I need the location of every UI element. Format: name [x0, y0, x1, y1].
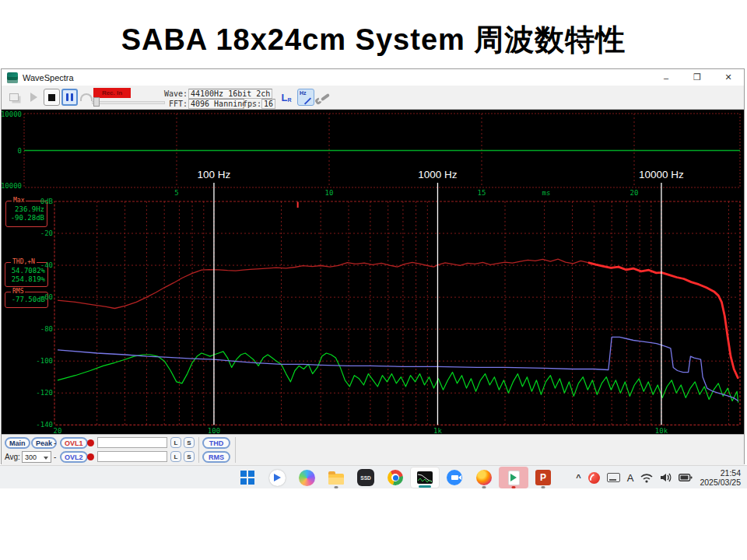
thd-readout-title: THD,+N	[11, 258, 37, 266]
wave-label: Wave:	[161, 89, 188, 98]
stop-icon	[48, 94, 55, 101]
toolbar: Rec. In Wave: 44100Hz 16bit 2ch FFT: 409…	[2, 86, 744, 110]
position-slider[interactable]	[92, 101, 165, 104]
export-icon	[508, 471, 520, 485]
wave-format-value: 44100Hz 16bit 2ch	[188, 89, 272, 99]
thd-readout: THD,+N 54.7082% 254.819%	[5, 262, 48, 287]
dash-1: -	[54, 439, 56, 447]
tray-overflow-chevron[interactable]: ^	[576, 473, 580, 482]
page-title: SABA 18x24cm System 周波数特性	[0, 20, 747, 60]
play-button[interactable]	[26, 89, 42, 106]
taskbar-copilot[interactable]	[292, 467, 321, 488]
chevron-down-icon	[44, 457, 48, 460]
windows-logo-icon	[240, 471, 254, 485]
rms-button[interactable]: RMS	[202, 451, 230, 463]
fps-value: 16	[261, 99, 275, 109]
window-title: WaveSpectra	[23, 73, 74, 82]
avg-dropdown[interactable]: 300	[22, 451, 51, 463]
close-button[interactable]: ✕	[713, 69, 744, 86]
rms-readout: RMS -77.50dB	[5, 292, 48, 308]
rms-readout-title: RMS	[11, 288, 25, 296]
chrome-icon	[388, 470, 403, 485]
thd-button[interactable]: THD	[202, 437, 230, 449]
stop-button[interactable]	[44, 89, 60, 106]
ovl2-s-button[interactable]: S	[184, 451, 195, 462]
taskbar-ssd-app[interactable]: SSD	[351, 467, 381, 488]
ovl1-file-input[interactable]	[97, 437, 167, 448]
battery-icon[interactable]	[679, 473, 693, 482]
max-readout: Max 236.9Hz -90.28dB	[5, 201, 47, 227]
powerpoint-icon: P	[535, 470, 551, 485]
taskbar-powerpoint[interactable]: P	[528, 467, 558, 488]
speaker-icon[interactable]	[660, 472, 672, 483]
fft-value: 4096 Hanning	[188, 99, 244, 109]
taskbar-clock[interactable]: 21:54 2025/03/25	[700, 468, 741, 487]
ovl2-l-button[interactable]: L	[170, 451, 181, 462]
ovl2-file-input[interactable]	[97, 451, 167, 462]
ssd-icon: SSD	[357, 469, 374, 486]
taskbar-file-explorer[interactable]	[321, 467, 351, 488]
pen-icon	[304, 97, 311, 104]
ovl2-record-dot[interactable]	[87, 453, 94, 460]
loop-icon	[80, 93, 93, 101]
wifi-icon[interactable]	[640, 472, 653, 483]
main-button[interactable]: Main	[5, 437, 30, 449]
wrench-icon	[321, 93, 330, 101]
minimize-button[interactable]: –	[651, 69, 682, 86]
copy-window-icon	[9, 93, 19, 101]
bottom-control-bar: Main Peak - OVL1 L S THD Avg: 300 - OVL2…	[2, 434, 744, 465]
settings-button[interactable]	[317, 89, 333, 106]
fps-label: fps:	[243, 100, 261, 108]
ime-mode-indicator[interactable]: A	[627, 472, 634, 484]
ovl1-l-button[interactable]: L	[170, 437, 181, 448]
start-button[interactable]	[233, 467, 262, 488]
max-readout-title: Max	[12, 197, 26, 205]
pause-icon	[66, 93, 68, 101]
lr-channel-button[interactable]: LR	[279, 89, 294, 106]
zoom-icon	[447, 470, 462, 485]
taskbar-export-app[interactable]	[499, 467, 528, 488]
taskbar-zoom[interactable]	[440, 467, 469, 488]
play-icon	[30, 93, 37, 102]
window-titlebar[interactable]: WaveSpectra – ❒ ✕	[2, 69, 744, 86]
max-level-value: -90.28dB	[6, 214, 47, 222]
folder-icon	[328, 474, 344, 485]
taskbar-firefox[interactable]	[469, 467, 499, 488]
ovl1-record-dot[interactable]	[87, 439, 94, 446]
taskbar-wavespectra[interactable]	[410, 467, 440, 488]
copy-window-button[interactable]	[5, 89, 23, 106]
hz-db-toggle-button[interactable]: Hz	[297, 89, 314, 106]
wavespectra-window: WaveSpectra – ❒ ✕ Rec. In Wave: 44100Hz …	[1, 68, 745, 464]
fft-label: FFT:	[164, 100, 188, 108]
maximize-button[interactable]: ❒	[682, 69, 713, 86]
slide-background	[0, 488, 747, 560]
clock-time: 21:54	[700, 468, 741, 478]
taskbar-chrome[interactable]	[381, 467, 410, 488]
windows-taskbar: SSD P ^ A 21:54 2025/03/25	[0, 465, 747, 488]
thd-value-2: 254.819%	[5, 275, 47, 284]
dash-2: -	[54, 453, 56, 461]
ovl2-button[interactable]: OVL2	[60, 451, 88, 463]
analyzer-display	[2, 110, 744, 434]
ovl1-button[interactable]: OVL1	[60, 437, 88, 449]
taskbar-share-app[interactable]	[262, 467, 292, 488]
position-slider-thumb[interactable]	[93, 97, 100, 107]
ovl1-s-button[interactable]: S	[184, 437, 195, 448]
wavespectra-app-icon	[7, 72, 18, 83]
pause-button[interactable]	[61, 89, 78, 106]
avg-label: Avg:	[5, 453, 20, 461]
firefox-icon	[476, 470, 492, 485]
copilot-icon	[299, 470, 315, 486]
share-icon	[269, 470, 286, 486]
antivirus-tray-icon[interactable]	[588, 472, 600, 484]
ime-keyboard-icon[interactable]	[607, 473, 620, 482]
clock-date: 2025/03/25	[700, 478, 741, 487]
wavespectra-icon	[417, 471, 433, 484]
